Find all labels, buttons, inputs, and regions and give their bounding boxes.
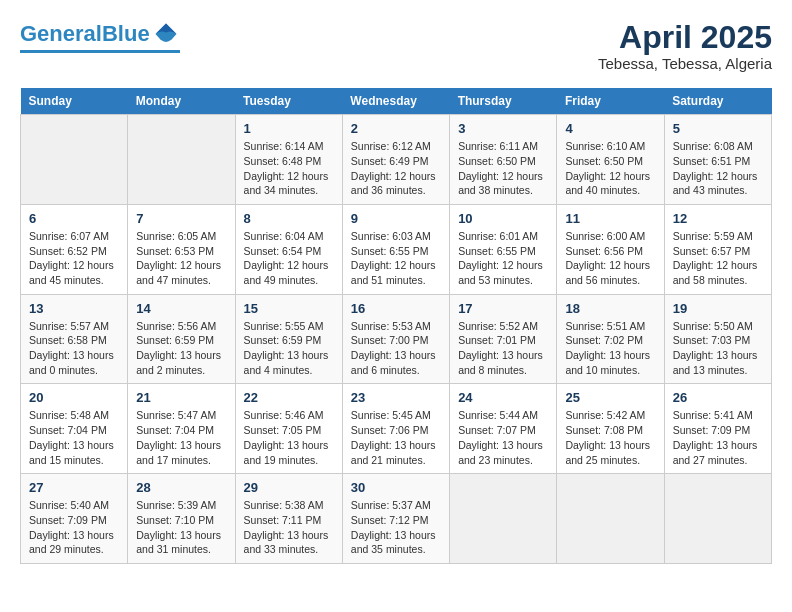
calendar-cell xyxy=(450,474,557,564)
calendar-cell: 13 Sunrise: 5:57 AMSunset: 6:58 PMDaylig… xyxy=(21,294,128,384)
day-of-week-header: Saturday xyxy=(664,88,771,115)
calendar-cell: 26 Sunrise: 5:41 AMSunset: 7:09 PMDaylig… xyxy=(664,384,771,474)
day-info: Sunrise: 5:41 AMSunset: 7:09 PMDaylight:… xyxy=(673,408,763,467)
day-number: 13 xyxy=(29,301,119,316)
day-number: 8 xyxy=(244,211,334,226)
day-info: Sunrise: 6:00 AMSunset: 6:56 PMDaylight:… xyxy=(565,229,655,288)
day-number: 23 xyxy=(351,390,441,405)
day-info: Sunrise: 5:55 AMSunset: 6:59 PMDaylight:… xyxy=(244,319,334,378)
calendar-cell xyxy=(664,474,771,564)
calendar-cell: 5 Sunrise: 6:08 AMSunset: 6:51 PMDayligh… xyxy=(664,115,771,205)
calendar-cell: 12 Sunrise: 5:59 AMSunset: 6:57 PMDaylig… xyxy=(664,204,771,294)
day-info: Sunrise: 5:38 AMSunset: 7:11 PMDaylight:… xyxy=(244,498,334,557)
calendar-cell: 28 Sunrise: 5:39 AMSunset: 7:10 PMDaylig… xyxy=(128,474,235,564)
day-info: Sunrise: 6:03 AMSunset: 6:55 PMDaylight:… xyxy=(351,229,441,288)
day-info: Sunrise: 5:39 AMSunset: 7:10 PMDaylight:… xyxy=(136,498,226,557)
day-info: Sunrise: 5:37 AMSunset: 7:12 PMDaylight:… xyxy=(351,498,441,557)
day-number: 24 xyxy=(458,390,548,405)
calendar-cell: 22 Sunrise: 5:46 AMSunset: 7:05 PMDaylig… xyxy=(235,384,342,474)
day-info: Sunrise: 5:57 AMSunset: 6:58 PMDaylight:… xyxy=(29,319,119,378)
calendar-cell xyxy=(128,115,235,205)
day-number: 4 xyxy=(565,121,655,136)
page-subtitle: Tebessa, Tebessa, Algeria xyxy=(598,55,772,72)
day-of-week-header: Thursday xyxy=(450,88,557,115)
day-info: Sunrise: 6:08 AMSunset: 6:51 PMDaylight:… xyxy=(673,139,763,198)
day-number: 9 xyxy=(351,211,441,226)
day-number: 26 xyxy=(673,390,763,405)
calendar-cell: 29 Sunrise: 5:38 AMSunset: 7:11 PMDaylig… xyxy=(235,474,342,564)
day-number: 19 xyxy=(673,301,763,316)
day-info: Sunrise: 5:50 AMSunset: 7:03 PMDaylight:… xyxy=(673,319,763,378)
day-info: Sunrise: 6:07 AMSunset: 6:52 PMDaylight:… xyxy=(29,229,119,288)
calendar-cell: 17 Sunrise: 5:52 AMSunset: 7:01 PMDaylig… xyxy=(450,294,557,384)
day-info: Sunrise: 6:01 AMSunset: 6:55 PMDaylight:… xyxy=(458,229,548,288)
day-number: 10 xyxy=(458,211,548,226)
day-info: Sunrise: 6:04 AMSunset: 6:54 PMDaylight:… xyxy=(244,229,334,288)
logo-icon xyxy=(152,20,180,48)
calendar-cell: 16 Sunrise: 5:53 AMSunset: 7:00 PMDaylig… xyxy=(342,294,449,384)
calendar-cell: 23 Sunrise: 5:45 AMSunset: 7:06 PMDaylig… xyxy=(342,384,449,474)
calendar-cell xyxy=(557,474,664,564)
calendar-cell: 15 Sunrise: 5:55 AMSunset: 6:59 PMDaylig… xyxy=(235,294,342,384)
calendar-cell: 20 Sunrise: 5:48 AMSunset: 7:04 PMDaylig… xyxy=(21,384,128,474)
page-title: April 2025 xyxy=(598,20,772,55)
page-header: GeneralBlue April 2025 Tebessa, Tebessa,… xyxy=(20,20,772,72)
day-info: Sunrise: 6:05 AMSunset: 6:53 PMDaylight:… xyxy=(136,229,226,288)
day-of-week-header: Sunday xyxy=(21,88,128,115)
calendar-cell: 21 Sunrise: 5:47 AMSunset: 7:04 PMDaylig… xyxy=(128,384,235,474)
day-info: Sunrise: 5:42 AMSunset: 7:08 PMDaylight:… xyxy=(565,408,655,467)
calendar-cell: 11 Sunrise: 6:00 AMSunset: 6:56 PMDaylig… xyxy=(557,204,664,294)
day-info: Sunrise: 5:46 AMSunset: 7:05 PMDaylight:… xyxy=(244,408,334,467)
day-info: Sunrise: 5:59 AMSunset: 6:57 PMDaylight:… xyxy=(673,229,763,288)
calendar-cell: 19 Sunrise: 5:50 AMSunset: 7:03 PMDaylig… xyxy=(664,294,771,384)
calendar-cell: 10 Sunrise: 6:01 AMSunset: 6:55 PMDaylig… xyxy=(450,204,557,294)
day-number: 6 xyxy=(29,211,119,226)
day-number: 30 xyxy=(351,480,441,495)
logo: GeneralBlue xyxy=(20,20,180,53)
day-info: Sunrise: 6:10 AMSunset: 6:50 PMDaylight:… xyxy=(565,139,655,198)
calendar-cell: 14 Sunrise: 5:56 AMSunset: 6:59 PMDaylig… xyxy=(128,294,235,384)
day-info: Sunrise: 5:52 AMSunset: 7:01 PMDaylight:… xyxy=(458,319,548,378)
day-number: 14 xyxy=(136,301,226,316)
calendar-cell: 3 Sunrise: 6:11 AMSunset: 6:50 PMDayligh… xyxy=(450,115,557,205)
calendar-cell: 6 Sunrise: 6:07 AMSunset: 6:52 PMDayligh… xyxy=(21,204,128,294)
day-number: 2 xyxy=(351,121,441,136)
day-number: 12 xyxy=(673,211,763,226)
day-number: 25 xyxy=(565,390,655,405)
day-number: 22 xyxy=(244,390,334,405)
day-of-week-header: Wednesday xyxy=(342,88,449,115)
calendar-cell: 27 Sunrise: 5:40 AMSunset: 7:09 PMDaylig… xyxy=(21,474,128,564)
day-number: 7 xyxy=(136,211,226,226)
day-info: Sunrise: 5:44 AMSunset: 7:07 PMDaylight:… xyxy=(458,408,548,467)
day-info: Sunrise: 6:11 AMSunset: 6:50 PMDaylight:… xyxy=(458,139,548,198)
day-number: 5 xyxy=(673,121,763,136)
calendar-cell: 8 Sunrise: 6:04 AMSunset: 6:54 PMDayligh… xyxy=(235,204,342,294)
day-number: 1 xyxy=(244,121,334,136)
logo-text: GeneralBlue xyxy=(20,23,150,45)
day-of-week-header: Tuesday xyxy=(235,88,342,115)
calendar-cell: 30 Sunrise: 5:37 AMSunset: 7:12 PMDaylig… xyxy=(342,474,449,564)
day-info: Sunrise: 5:45 AMSunset: 7:06 PMDaylight:… xyxy=(351,408,441,467)
day-of-week-header: Monday xyxy=(128,88,235,115)
calendar-cell: 18 Sunrise: 5:51 AMSunset: 7:02 PMDaylig… xyxy=(557,294,664,384)
day-number: 15 xyxy=(244,301,334,316)
day-of-week-header: Friday xyxy=(557,88,664,115)
calendar-cell: 1 Sunrise: 6:14 AMSunset: 6:48 PMDayligh… xyxy=(235,115,342,205)
day-number: 27 xyxy=(29,480,119,495)
day-number: 17 xyxy=(458,301,548,316)
day-info: Sunrise: 5:56 AMSunset: 6:59 PMDaylight:… xyxy=(136,319,226,378)
day-info: Sunrise: 5:48 AMSunset: 7:04 PMDaylight:… xyxy=(29,408,119,467)
day-info: Sunrise: 6:12 AMSunset: 6:49 PMDaylight:… xyxy=(351,139,441,198)
calendar-cell: 9 Sunrise: 6:03 AMSunset: 6:55 PMDayligh… xyxy=(342,204,449,294)
day-number: 18 xyxy=(565,301,655,316)
calendar-cell: 7 Sunrise: 6:05 AMSunset: 6:53 PMDayligh… xyxy=(128,204,235,294)
day-number: 21 xyxy=(136,390,226,405)
calendar-cell: 25 Sunrise: 5:42 AMSunset: 7:08 PMDaylig… xyxy=(557,384,664,474)
day-number: 28 xyxy=(136,480,226,495)
day-info: Sunrise: 5:53 AMSunset: 7:00 PMDaylight:… xyxy=(351,319,441,378)
calendar-cell: 2 Sunrise: 6:12 AMSunset: 6:49 PMDayligh… xyxy=(342,115,449,205)
calendar-cell: 24 Sunrise: 5:44 AMSunset: 7:07 PMDaylig… xyxy=(450,384,557,474)
calendar-cell xyxy=(21,115,128,205)
calendar-table: SundayMondayTuesdayWednesdayThursdayFrid… xyxy=(20,88,772,564)
day-number: 29 xyxy=(244,480,334,495)
